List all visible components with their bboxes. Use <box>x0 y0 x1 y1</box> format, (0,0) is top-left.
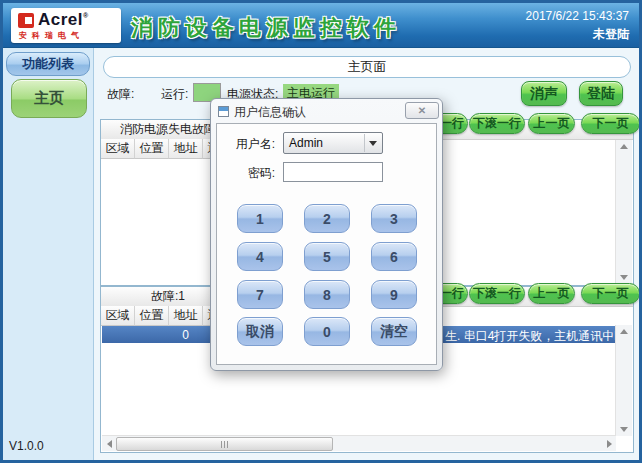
loss-col-position[interactable]: 位置 <box>135 139 169 159</box>
close-icon[interactable]: ✕ <box>405 102 439 119</box>
keypad-button-0[interactable]: 0 <box>304 317 350 346</box>
brand-name: Acrel® <box>38 10 89 30</box>
password-label: 密码: <box>231 165 275 182</box>
keypad-button-7[interactable]: 7 <box>237 280 283 309</box>
fault-table-hscrollbar[interactable] <box>102 435 616 451</box>
keypad-button-8[interactable]: 8 <box>304 280 350 309</box>
page-title: 主页面 <box>103 56 631 78</box>
hscrollbar-thumb[interactable] <box>116 437 333 451</box>
fault-col-area[interactable]: 区域 <box>101 306 135 326</box>
login-button[interactable]: 登陆 <box>579 81 623 106</box>
fault-table-next-page-button[interactable]: 下一页 <box>581 283 640 304</box>
registered-mark: ® <box>83 12 89 19</box>
scroll-left-arrow-icon[interactable] <box>102 436 116 451</box>
loss-table-scroll-down-button[interactable]: 下滚一行 <box>469 113 525 134</box>
scroll-up-arrow-icon[interactable] <box>616 140 632 153</box>
title-bar: Acrel® 安科瑞电气 消防设备电源监控软件 2017/6/22 15:43:… <box>3 3 639 48</box>
loss-col-area[interactable]: 区域 <box>101 139 135 159</box>
loss-col-address[interactable]: 地址 <box>169 139 203 159</box>
datetime: 2017/6/22 15:43:37 <box>526 9 629 23</box>
login-status: 未登陆 <box>593 26 629 43</box>
scroll-right-arrow-icon[interactable] <box>602 436 616 451</box>
run-label: 运行: <box>161 86 188 103</box>
username-select[interactable]: Admin <box>283 132 383 154</box>
keypad-button-3[interactable]: 3 <box>371 204 417 233</box>
dialog-window-icon <box>218 106 229 117</box>
sidebar-panel-title: 功能列表 <box>6 52 90 76</box>
fault-col-position[interactable]: 位置 <box>135 306 169 326</box>
dialog-content: 用户名: Admin 密码: 1 2 3 4 5 6 7 8 9 取消 0 清空 <box>216 123 437 365</box>
loss-table-next-page-button[interactable]: 下一页 <box>581 113 640 134</box>
mute-button[interactable]: 消声 <box>521 81 567 106</box>
loss-table-vscrollbar[interactable] <box>615 140 632 284</box>
sidebar: 功能列表 主页 V1.0.0 <box>3 48 94 460</box>
acrel-logo-icon <box>18 13 34 28</box>
keypad-button-6[interactable]: 6 <box>371 242 417 271</box>
username-value: Admin <box>289 136 323 150</box>
password-field[interactable] <box>283 162 383 182</box>
keypad-button-2[interactable]: 2 <box>304 204 350 233</box>
main-panel: 主页面 故障: 运行: 电源状态: 主电运行 消声 登陆 上滚一行 下滚一行 上… <box>94 48 639 460</box>
keypad-cancel-button[interactable]: 取消 <box>237 317 283 346</box>
username-label: 用户名: <box>231 136 275 153</box>
keypad-button-1[interactable]: 1 <box>237 204 283 233</box>
keypad-button-5[interactable]: 5 <box>304 242 350 271</box>
fault-col-address[interactable]: 地址 <box>169 306 203 326</box>
keypad-clear-button[interactable]: 清空 <box>371 317 417 346</box>
app-title: 消防设备电源监控软件 <box>131 13 401 43</box>
acrel-logo: Acrel® 安科瑞电气 <box>11 8 121 43</box>
brand-subtitle: 安科瑞电气 <box>19 30 84 41</box>
fault-table-scroll-down-button[interactable]: 下滚一行 <box>469 283 525 304</box>
fault-label: 故障: <box>107 86 134 103</box>
fault-table-vscrollbar[interactable] <box>615 325 632 436</box>
user-login-dialog: 用户信息确认 ✕ 用户名: Admin 密码: 1 2 3 4 5 6 7 8 … <box>210 98 443 371</box>
loss-table-prev-page-button[interactable]: 上一页 <box>528 113 575 134</box>
dialog-title: 用户信息确认 <box>234 104 306 121</box>
scroll-up-arrow-icon[interactable] <box>616 325 632 338</box>
app-window: Acrel® 安科瑞电气 消防设备电源监控软件 2017/6/22 15:43:… <box>0 0 642 463</box>
chevron-down-icon[interactable] <box>364 134 381 152</box>
dialog-title-bar[interactable]: 用户信息确认 ✕ <box>211 99 442 123</box>
scroll-down-arrow-icon[interactable] <box>616 423 632 436</box>
scrollbar-grip-icon <box>221 441 229 448</box>
fault-table-prev-page-button[interactable]: 上一页 <box>528 283 575 304</box>
fault-row-message: 生. 串口4打开失败，主机通讯中断. <box>445 328 630 345</box>
keypad-button-4[interactable]: 4 <box>237 242 283 271</box>
keypad-button-9[interactable]: 9 <box>371 280 417 309</box>
version-label: V1.0.0 <box>9 439 44 453</box>
fault-row-address: 0 <box>169 328 202 342</box>
sidebar-item-home[interactable]: 主页 <box>11 79 87 118</box>
